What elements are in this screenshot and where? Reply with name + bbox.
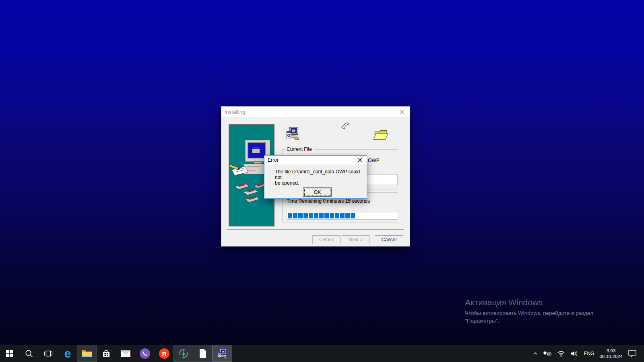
store-icon: [101, 349, 111, 358]
error-message: The file D:\am01_cont_data.OWP could not…: [275, 169, 367, 186]
watermark-title: Активация Windows: [465, 298, 634, 307]
setup-package-icon: [285, 126, 300, 142]
taskbar-item-store[interactable]: [97, 346, 116, 361]
next-button[interactable]: Next >: [342, 235, 369, 244]
speaker-icon: [570, 350, 578, 357]
error-dialog-title: Error: [264, 157, 279, 163]
taskbar-search-button[interactable]: [19, 346, 39, 361]
mail-icon: [120, 350, 131, 358]
flying-file-icon: [341, 121, 350, 132]
watermark-line2: "Параметры".: [465, 317, 634, 325]
installer-titlebar[interactable]: Installing: [221, 107, 410, 117]
taskbar-item-mail[interactable]: [116, 346, 135, 361]
footer-divider: [227, 229, 404, 230]
error-titlebar[interactable]: Error: [264, 156, 367, 165]
edge-icon: e: [64, 348, 71, 359]
tray-network-button[interactable]: [556, 346, 566, 362]
tray-chevron-button[interactable]: [532, 346, 539, 362]
watermark-line1: Чтобы активировать Windows, перейдите в …: [465, 309, 634, 317]
search-icon: [25, 349, 33, 358]
error-close-button[interactable]: [353, 156, 367, 165]
progress-block: [340, 213, 345, 218]
current-file-path-fragment: OWP: [368, 158, 380, 163]
task-view-button[interactable]: [39, 346, 58, 361]
action-center-icon: [628, 350, 637, 357]
action-center-button[interactable]: [627, 346, 638, 362]
language-label: ENG: [584, 351, 594, 356]
installer-close-button[interactable]: [394, 107, 410, 117]
open-folder-icon: [373, 128, 388, 143]
progress-block: [293, 213, 297, 218]
error-dialog: Error The file D:\am01_cont_data.OWP cou…: [264, 155, 367, 199]
installer-window-title: Installing: [221, 109, 245, 115]
language-indicator[interactable]: ENG: [583, 346, 595, 362]
chevron-up-icon: [533, 352, 538, 355]
close-icon: [400, 110, 404, 114]
error-message-line1: The file D:\am01_cont_data.OWP could not: [275, 169, 367, 180]
document-icon: [199, 349, 207, 358]
taskbar-item-mediaget[interactable]: [174, 346, 193, 361]
error-message-line2: be opened.: [275, 180, 367, 186]
progress-block: [324, 213, 329, 218]
progress-block: [288, 213, 292, 218]
task-view-icon: [43, 350, 53, 358]
taskbar-item-edge[interactable]: e: [58, 346, 77, 361]
clock-time: 3:03: [599, 348, 623, 354]
time-remaining-label: Time Remaining 0 minutes 15 seconds: [287, 198, 370, 204]
tray-volume-button[interactable]: [570, 346, 579, 362]
file-explorer-icon: [82, 349, 92, 358]
windows-activation-watermark: Активация Windows Чтобы активировать Win…: [465, 298, 634, 325]
progress-block: [335, 213, 339, 218]
clock[interactable]: 3:03 08.10.2024: [599, 346, 623, 362]
taskbar: e: [0, 345, 644, 362]
taskbar-item-document[interactable]: [193, 346, 213, 361]
start-button[interactable]: [0, 346, 19, 361]
windows-logo-icon: [6, 350, 13, 357]
cancel-button[interactable]: Cancel: [375, 235, 403, 244]
installer-icon: [217, 348, 228, 359]
taskbar-item-viber[interactable]: [135, 346, 155, 361]
taskbar-item-installer[interactable]: [213, 346, 232, 361]
progress-block: [314, 213, 318, 218]
tray-power-button[interactable]: [542, 346, 553, 362]
progress-block: [303, 213, 308, 218]
progress-block: [330, 213, 334, 218]
overall-progress-bar: [287, 212, 398, 220]
progress-block: [351, 213, 355, 218]
taskbar-item-yandex[interactable]: Я: [155, 346, 174, 361]
progress-block: [319, 213, 324, 218]
taskbar-item-file-explorer[interactable]: [77, 346, 97, 361]
progress-block: [309, 213, 313, 218]
progress-block: [298, 213, 303, 218]
current-file-group-label: Current File: [285, 146, 314, 152]
mediaget-icon: [178, 348, 189, 359]
ok-button[interactable]: OK: [303, 187, 332, 197]
power-plug-icon: [543, 350, 552, 357]
viber-icon: [140, 348, 150, 359]
yandex-browser-icon: Я: [159, 348, 169, 359]
close-icon: [357, 158, 362, 162]
system-tray: ENG 3:03 08.10.2024: [532, 345, 644, 362]
wifi-icon: [557, 350, 565, 357]
progress-block: [345, 213, 350, 218]
clock-date: 08.10.2024: [599, 354, 623, 359]
back-button[interactable]: < Back: [312, 235, 341, 244]
